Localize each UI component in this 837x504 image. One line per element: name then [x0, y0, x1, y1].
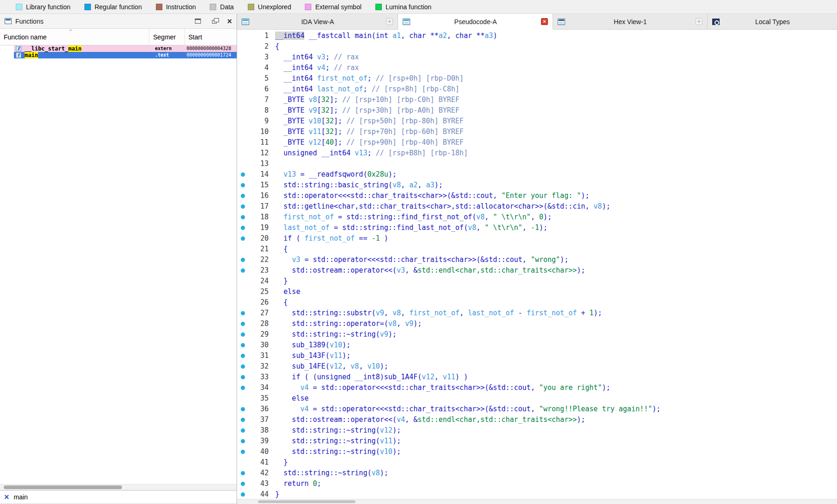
- code-token[interactable]: [: [317, 106, 321, 115]
- pseudocode-line[interactable]: 32 sub_14FE(v12, v8, v10);: [237, 361, 837, 372]
- code-token[interactable]: v4: [397, 415, 405, 424]
- code-token[interactable]: std::ostream::operator<<(: [275, 415, 397, 424]
- code-token[interactable]: a2: [438, 32, 447, 40]
- pseudocode-line[interactable]: 39 std::string::~string(v11);: [237, 436, 837, 447]
- code-token[interactable]: first_not_of: [409, 309, 459, 317]
- code-token[interactable]: ,: [401, 309, 409, 317]
- code-token[interactable]: _BYTE: [275, 138, 309, 147]
- pseudocode-line[interactable]: 19 last_not_of = std::string::find_last_…: [237, 223, 837, 233]
- code-token[interactable]: ,: [476, 223, 484, 232]
- code-token[interactable]: ];: [329, 106, 342, 115]
- code-token[interactable]: [275, 223, 283, 232]
- code-token[interactable]: [275, 213, 283, 221]
- code-token[interactable]: 32: [325, 117, 334, 125]
- code-token[interactable]: std::string::~string(: [275, 437, 380, 445]
- code-token[interactable]: );: [380, 362, 388, 370]
- pseudocode-line[interactable]: 37 std::ostream::operator<<(v4, &std::en…: [237, 415, 837, 425]
- code-token[interactable]: v8: [351, 362, 359, 370]
- code-token[interactable]: last_not_of: [283, 223, 329, 232]
- code-token[interactable]: first_not_of: [527, 309, 577, 317]
- code-token[interactable]: return: [275, 479, 313, 488]
- code-token[interactable]: " \t\r\n": [493, 213, 531, 221]
- code-token[interactable]: v8: [393, 181, 401, 189]
- code-token[interactable]: _BYTE: [275, 106, 309, 115]
- code-token[interactable]: __fastcall main(int: [304, 32, 393, 40]
- code-token[interactable]: );: [593, 309, 602, 317]
- pseudocode-line[interactable]: 23 std::ostream::operator<<(v3, &std::en…: [237, 265, 837, 276]
- tab-ida-view-a[interactable]: IDA View-A×: [237, 14, 398, 29]
- code-token[interactable]: v11: [329, 351, 342, 360]
- code-token[interactable]: __int64: [275, 53, 317, 61]
- pseudocode-line[interactable]: 21 {: [237, 244, 837, 255]
- code-token[interactable]: {: [275, 298, 288, 306]
- code-token[interactable]: 0: [539, 213, 543, 221]
- code-token[interactable]: "wrong": [531, 255, 560, 264]
- code-token[interactable]: " \t\r\n": [485, 223, 522, 232]
- code-token[interactable]: v10: [367, 362, 380, 370]
- code-token[interactable]: std::endl<char,std::char_traits<char>>: [418, 415, 577, 424]
- code-token[interactable]: );: [577, 415, 585, 424]
- code-token[interactable]: // [rsp+70h] [rbp-60h] BYREF: [347, 128, 464, 136]
- code-token[interactable]: // [rsp+50h] [rbp-80h] BYREF: [347, 117, 464, 125]
- code-token[interactable]: [: [317, 96, 321, 104]
- code-token[interactable]: = std::string::find_first_not_of(: [334, 213, 476, 221]
- code-token[interactable]: );: [393, 447, 401, 456]
- code-token[interactable]: std::getline<char,std::char_traits<char>…: [275, 202, 593, 211]
- code-token[interactable]: 0x28u: [367, 170, 388, 179]
- code-token[interactable]: std::string::~string(: [275, 330, 380, 338]
- pseudocode-line[interactable]: 22 v3 = std::operator<<<std::char_traits…: [237, 255, 837, 265]
- scrollbar-thumb[interactable]: [4, 485, 122, 489]
- code-token[interactable]: );: [560, 255, 568, 264]
- code-token[interactable]: v8: [372, 469, 380, 477]
- code-token[interactable]: ];: [334, 138, 346, 147]
- code-token[interactable]: a1: [393, 32, 401, 40]
- code-token[interactable]: _BYTE: [275, 128, 309, 136]
- code-token[interactable]: );: [543, 213, 552, 221]
- functions-titlebar[interactable]: Functions ×: [0, 14, 237, 29]
- pseudocode-line[interactable]: 43 return 0;: [237, 478, 837, 489]
- code-token[interactable]: -: [514, 309, 527, 317]
- code-token[interactable]: {: [275, 42, 279, 51]
- pseudocode-line[interactable]: 14 v13 = __readfsqword(0x28u);: [237, 169, 837, 180]
- pseudocode-line[interactable]: 30 sub_1389(v10);: [237, 340, 837, 351]
- code-token[interactable]: ,: [434, 373, 443, 381]
- pseudocode-line[interactable]: 35 else: [237, 393, 837, 404]
- code-token[interactable]: ;: [363, 85, 372, 93]
- code-token[interactable]: );: [393, 426, 401, 434]
- code-token[interactable]: 40: [325, 138, 334, 147]
- pseudocode-hscrollbar[interactable]: [237, 499, 837, 504]
- code-token[interactable]: 32: [321, 106, 329, 115]
- code-token[interactable]: ;: [325, 64, 334, 72]
- code-token[interactable]: );: [342, 341, 351, 349]
- code-token[interactable]: a3: [426, 181, 434, 189]
- pseudocode-line[interactable]: 33 if ( (unsigned __int8)sub_1A4F(v12, v…: [237, 372, 837, 383]
- code-token[interactable]: , &: [405, 266, 418, 274]
- pseudocode-line[interactable]: 44}: [237, 489, 837, 500]
- pseudocode-line[interactable]: 26 {: [237, 297, 837, 308]
- pseudocode-line[interactable]: 40 std::string::~string(v10);: [237, 447, 837, 457]
- code-token[interactable]: // [rsp+10h] [rbp-C0h] BYREF: [342, 96, 460, 104]
- tab-close-icon[interactable]: ×: [386, 18, 393, 25]
- code-token[interactable]: v8: [388, 319, 397, 328]
- pseudocode-line[interactable]: 13: [237, 159, 837, 169]
- code-token[interactable]: ];: [329, 96, 342, 104]
- functions-filter[interactable]: × main: [0, 490, 237, 504]
- code-token[interactable]: ];: [334, 117, 346, 125]
- pseudocode-line[interactable]: 42 std::string::~string(v8);: [237, 468, 837, 478]
- pseudocode-line[interactable]: 18 first_not_of = std::string::find_firs…: [237, 212, 837, 223]
- code-token[interactable]: 0: [313, 479, 317, 488]
- tab-pseudocode-a[interactable]: Pseudocode-A×: [398, 14, 553, 29]
- pseudocode-line[interactable]: 34 v4 = std::operator<<<std::char_traits…: [237, 383, 837, 393]
- code-token[interactable]: [275, 383, 300, 392]
- code-token[interactable]: v8: [593, 202, 602, 211]
- code-token[interactable]: last_not_of: [317, 85, 363, 93]
- maximize-icon[interactable]: [195, 19, 201, 24]
- code-token[interactable]: ,: [401, 181, 409, 189]
- code-token[interactable]: ): [380, 234, 388, 242]
- pseudocode-line[interactable]: 36 v4 = std::operator<<<std::char_traits…: [237, 404, 837, 415]
- code-token[interactable]: v12: [329, 362, 342, 370]
- code-token[interactable]: v4: [300, 383, 309, 392]
- code-token[interactable]: ,: [384, 309, 393, 317]
- pseudocode-line[interactable]: 2{: [237, 41, 837, 52]
- code-token[interactable]: ==: [355, 234, 372, 242]
